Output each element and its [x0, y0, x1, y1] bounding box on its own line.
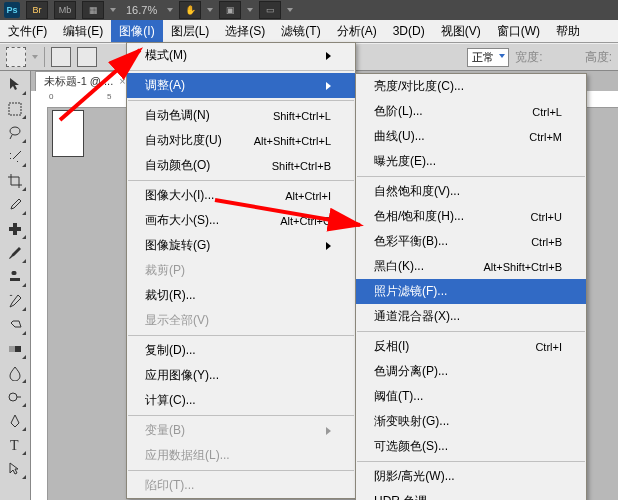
menu-vibrance[interactable]: 自然饱和度(V)...: [356, 179, 586, 204]
menu-3d[interactable]: 3D(D): [385, 20, 433, 42]
brush-tool-icon[interactable]: [3, 242, 27, 264]
menu-brightness-contrast[interactable]: 亮度/对比度(C)...: [356, 74, 586, 99]
menu-auto-color[interactable]: 自动颜色(O)Shift+Ctrl+B: [127, 153, 355, 178]
menu-color-balance[interactable]: 色彩平衡(B)...Ctrl+B: [356, 229, 586, 254]
menu-duplicate[interactable]: 复制(D)...: [127, 338, 355, 363]
menu-help[interactable]: 帮助: [548, 20, 588, 42]
adjustments-submenu: 亮度/对比度(C)... 色阶(L)...Ctrl+L 曲线(U)...Ctrl…: [355, 73, 587, 500]
drop-icon[interactable]: [167, 8, 173, 12]
height-label: 高度:: [585, 49, 612, 66]
separator: [128, 335, 354, 336]
svg-rect-4: [9, 346, 15, 352]
arrange-icon[interactable]: ▣: [219, 1, 241, 19]
blur-tool-icon[interactable]: [3, 362, 27, 384]
menu-view[interactable]: 视图(V): [433, 20, 489, 42]
menu-threshold[interactable]: 阈值(T)...: [356, 384, 586, 409]
menu-edit[interactable]: 编辑(E): [55, 20, 111, 42]
menu-shadows-highlights[interactable]: 阴影/高光(W)...: [356, 464, 586, 489]
crop-tool-icon[interactable]: [3, 170, 27, 192]
menu-layer[interactable]: 图层(L): [163, 20, 218, 42]
menu-hue-sat[interactable]: 色相/饱和度(H)...Ctrl+U: [356, 204, 586, 229]
document-tab[interactable]: 未标题-1 @ ...×: [35, 71, 135, 91]
menu-file[interactable]: 文件(F): [0, 20, 55, 42]
screen-icon[interactable]: ▭: [259, 1, 281, 19]
move-tool-icon[interactable]: [3, 74, 27, 96]
close-tab-icon[interactable]: ×: [119, 75, 125, 87]
menu-curves[interactable]: 曲线(U)...Ctrl+M: [356, 124, 586, 149]
type-tool-icon[interactable]: T: [3, 434, 27, 456]
menu-channel-mixer[interactable]: 通道混合器(X)...: [356, 304, 586, 329]
blend-mode-select[interactable]: 正常: [467, 48, 509, 67]
menu-trim[interactable]: 裁切(R)...: [127, 283, 355, 308]
menu-levels[interactable]: 色阶(L)...Ctrl+L: [356, 99, 586, 124]
drop-icon[interactable]: [247, 8, 253, 12]
menu-canvas-size[interactable]: 画布大小(S)...Alt+Ctrl+C: [127, 208, 355, 233]
separator: [357, 461, 585, 462]
path-sel-icon[interactable]: [3, 458, 27, 480]
separator: [357, 176, 585, 177]
mb-icon[interactable]: Mb: [54, 1, 76, 19]
menu-mode[interactable]: 模式(M): [127, 43, 355, 68]
submenu-arrow-icon: [326, 427, 331, 435]
dodge-tool-icon[interactable]: [3, 386, 27, 408]
separator: [128, 180, 354, 181]
drop-icon[interactable]: [287, 8, 293, 12]
new-sel-icon[interactable]: [51, 47, 71, 67]
menu-select[interactable]: 选择(S): [217, 20, 273, 42]
menu-filter[interactable]: 滤镜(T): [273, 20, 328, 42]
menu-trap: 陷印(T)...: [127, 473, 355, 498]
separator: [128, 415, 354, 416]
add-sel-icon[interactable]: [77, 47, 97, 67]
menu-reveal-all: 显示全部(V): [127, 308, 355, 333]
menu-gradient-map[interactable]: 渐变映射(G)...: [356, 409, 586, 434]
menu-hdr-toning[interactable]: HDR 色调...: [356, 489, 586, 500]
menu-posterize[interactable]: 色调分离(P)...: [356, 359, 586, 384]
separator: [44, 47, 45, 67]
separator: [128, 100, 354, 101]
drop-icon[interactable]: [207, 8, 213, 12]
marquee-tool-icon[interactable]: [3, 98, 27, 120]
menu-image-rotation[interactable]: 图像旋转(G): [127, 233, 355, 258]
menu-black-white[interactable]: 黑白(K)...Alt+Shift+Ctrl+B: [356, 254, 586, 279]
menu-apply-dataset: 应用数据组(L)...: [127, 443, 355, 468]
menu-apply-image[interactable]: 应用图像(Y)...: [127, 363, 355, 388]
ruler-origin[interactable]: [31, 91, 48, 108]
stamp-tool-icon[interactable]: [3, 266, 27, 288]
eyedropper-tool-icon[interactable]: [3, 194, 27, 216]
menu-analysis[interactable]: 分析(A): [329, 20, 385, 42]
menu-invert[interactable]: 反相(I)Ctrl+I: [356, 334, 586, 359]
svg-rect-0: [9, 103, 21, 115]
menu-auto-contrast[interactable]: 自动对比度(U)Alt+Shift+Ctrl+L: [127, 128, 355, 153]
width-label: 宽度:: [515, 49, 542, 66]
menu-adjustments[interactable]: 调整(A): [127, 73, 355, 98]
document-canvas[interactable]: [53, 111, 83, 156]
zoom-value[interactable]: 16.7%: [126, 4, 157, 16]
preset-drop-icon[interactable]: [32, 55, 38, 59]
menu-auto-tone[interactable]: 自动色调(N)Shift+Ctrl+L: [127, 103, 355, 128]
separator: [357, 331, 585, 332]
menu-photo-filter[interactable]: 照片滤镜(F)...: [356, 279, 586, 304]
history-brush-icon[interactable]: [3, 290, 27, 312]
menu-variables: 变量(B): [127, 418, 355, 443]
heal-tool-icon[interactable]: [3, 218, 27, 240]
menu-exposure[interactable]: 曝光度(E)...: [356, 149, 586, 174]
ruler-vertical: [31, 107, 48, 500]
image-menu: 模式(M) 调整(A) 自动色调(N)Shift+Ctrl+L 自动对比度(U)…: [126, 42, 356, 499]
marquee-preset-icon[interactable]: [6, 47, 26, 67]
gradient-tool-icon[interactable]: [3, 338, 27, 360]
drop-icon[interactable]: [110, 8, 116, 12]
menu-image[interactable]: 图像(I): [111, 20, 162, 42]
menu-window[interactable]: 窗口(W): [489, 20, 548, 42]
title-bar: Ps Br Mb ▦ 16.7% ✋ ▣ ▭: [0, 0, 618, 20]
bridge-icon[interactable]: Br: [26, 1, 48, 19]
pen-tool-icon[interactable]: [3, 410, 27, 432]
menu-selective-color[interactable]: 可选颜色(S)...: [356, 434, 586, 459]
menu-image-size[interactable]: 图像大小(I)...Alt+Ctrl+I: [127, 183, 355, 208]
lasso-tool-icon[interactable]: [3, 122, 27, 144]
wand-tool-icon[interactable]: [3, 146, 27, 168]
hand-icon[interactable]: ✋: [179, 1, 201, 19]
viewgrid-icon[interactable]: ▦: [82, 1, 104, 19]
menu-bar: 文件(F) 编辑(E) 图像(I) 图层(L) 选择(S) 滤镜(T) 分析(A…: [0, 20, 618, 43]
eraser-tool-icon[interactable]: [3, 314, 27, 336]
menu-calculations[interactable]: 计算(C)...: [127, 388, 355, 413]
